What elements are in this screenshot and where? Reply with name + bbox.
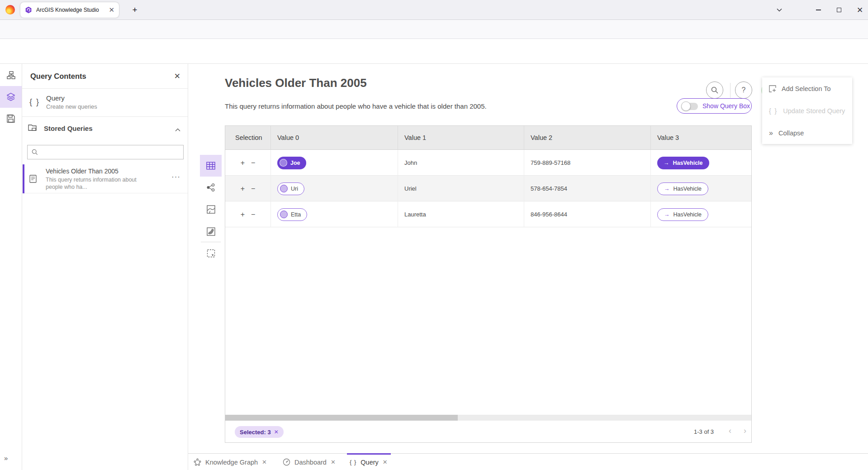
window-close-button[interactable]: ✕ xyxy=(849,0,868,20)
tab-close-icon[interactable]: ✕ xyxy=(109,6,114,14)
project-explorer-icon[interactable] xyxy=(0,64,22,86)
phone-cell: 846-956-8644 xyxy=(524,201,650,227)
clear-selection-icon[interactable]: ✕ xyxy=(274,429,279,435)
query-results-table: Selection Value 0 Value 1 Value 2 Value … xyxy=(225,125,752,443)
tab-title: ArcGIS Knowledge Studio xyxy=(36,7,105,13)
expand-rail-icon[interactable]: » xyxy=(4,454,8,462)
deselect-minus-button[interactable]: − xyxy=(251,159,255,167)
stored-queries-header[interactable]: Stored Queries xyxy=(22,117,188,139)
save-icon[interactable] xyxy=(0,108,22,129)
table-row[interactable]: + − Joe John 759-889-57168 →HasVehicle xyxy=(225,150,751,176)
stored-query-description: This query returns information about peo… xyxy=(46,176,138,191)
column-header-value0[interactable]: Value 0 xyxy=(270,126,398,150)
tab-knowledge-graph[interactable]: Knowledge Graph ✕ xyxy=(194,454,267,470)
tab-close-icon[interactable]: ✕ xyxy=(331,459,336,465)
select-plus-button[interactable]: + xyxy=(241,185,245,193)
selection-tools-icon[interactable] xyxy=(200,242,222,264)
relationship-pill[interactable]: →HasVehicle xyxy=(657,182,708,195)
scrollbar-thumb[interactable] xyxy=(225,415,458,421)
stored-query-item[interactable]: Vehicles Older Than 2005 This query retu… xyxy=(22,164,188,193)
tab-dashboard[interactable]: Dashboard ✕ xyxy=(283,454,336,470)
next-page-icon[interactable]: › xyxy=(744,426,746,436)
selected-count-chip[interactable]: Selected: 3 ✕ xyxy=(235,426,284,438)
relationship-pill[interactable]: →HasVehicle xyxy=(657,157,709,169)
tab-label: Knowledge Graph xyxy=(205,459,258,466)
entity-cell: Uri xyxy=(270,176,398,201)
entity-cell: Etta xyxy=(270,201,398,227)
column-header-value2[interactable]: Value 2 xyxy=(524,126,650,150)
table-footer: Selected: 3 ✕ 1-3 of 3 ‹ › xyxy=(225,421,751,442)
tab-query[interactable]: { } Query ✕ xyxy=(350,454,388,470)
braces-icon: { } xyxy=(769,107,778,115)
name-cell: John xyxy=(398,150,524,176)
arrow-right-icon: → xyxy=(664,186,670,192)
window-maximize-button[interactable] xyxy=(829,0,849,20)
network-icon xyxy=(194,458,201,466)
firefox-icon[interactable] xyxy=(5,5,15,14)
tab-close-icon[interactable]: ✕ xyxy=(262,459,267,465)
entity-dot-icon xyxy=(280,185,288,192)
panel-close-icon[interactable]: ✕ xyxy=(174,72,180,81)
entity-cell: Joe xyxy=(270,150,398,176)
browser-tab[interactable]: ArcGIS Knowledge Studio ✕ xyxy=(20,2,119,18)
page-title: Vehicles Older Than 2005 xyxy=(225,76,367,90)
horizontal-scrollbar[interactable] xyxy=(225,415,751,421)
select-plus-button[interactable]: + xyxy=(241,159,245,167)
table-row[interactable]: + − Etta Lauretta 846-956-8644 →HasVehic… xyxy=(225,201,751,227)
window-minimize-button[interactable] xyxy=(808,0,829,20)
deselect-minus-button[interactable]: − xyxy=(251,185,255,193)
menu-item-collapse[interactable]: » Collapse xyxy=(762,122,852,144)
entity-pill[interactable]: Uri xyxy=(277,182,304,195)
help-button[interactable]: ? xyxy=(735,82,752,99)
item-options-icon[interactable]: ··· xyxy=(171,173,180,182)
search-button[interactable] xyxy=(706,82,723,99)
chevron-up-icon[interactable] xyxy=(175,125,180,134)
tab-label: Dashboard xyxy=(294,459,327,466)
selected-indicator-bar xyxy=(23,164,24,193)
new-tab-button[interactable]: + xyxy=(128,4,141,16)
screen: ArcGIS Knowledge Studio ✕ + ✕ ← → https:… xyxy=(0,0,868,470)
entity-dot-icon xyxy=(280,159,287,167)
braces-icon: { } xyxy=(350,459,356,465)
menu-item-update-stored-query[interactable]: { } Update Stored Query xyxy=(762,100,852,122)
tab-close-icon[interactable]: ✕ xyxy=(383,459,388,465)
phone-cell: 759-889-57168 xyxy=(524,150,650,176)
relationship-pill[interactable]: →HasVehicle xyxy=(657,208,708,221)
menu-item-add-selection-to[interactable]: Add Selection To xyxy=(762,77,852,100)
entity-pill[interactable]: Joe xyxy=(277,157,306,169)
tab-label: Query xyxy=(360,459,379,466)
list-tabs-icon[interactable] xyxy=(769,0,790,20)
new-map-icon[interactable] xyxy=(200,221,222,242)
braces-icon: { } xyxy=(29,97,40,107)
deselect-minus-button[interactable]: − xyxy=(251,211,255,219)
query-item-title: Query xyxy=(46,94,65,102)
menu-item-label: Add Selection To xyxy=(782,85,831,92)
panel-header: Query Contents ✕ xyxy=(22,64,188,89)
menu-item-label: Collapse xyxy=(778,129,804,137)
link-chart-icon[interactable] xyxy=(200,177,222,198)
table-view-icon[interactable] xyxy=(200,155,222,177)
panel-title: Query Contents xyxy=(30,72,86,81)
bottom-tab-bar: Knowledge Graph ✕ Dashboard ✕ { } Query … xyxy=(188,453,868,470)
box-plus-icon xyxy=(769,85,776,92)
app-header: Certification Project ? PL publisher2 la… xyxy=(0,39,868,64)
stored-queries-search-input[interactable] xyxy=(27,145,184,159)
table-header-row: Selection Value 0 Value 1 Value 2 Value … xyxy=(225,126,751,150)
selection-context-menu: Add Selection To { } Update Stored Query… xyxy=(762,77,852,144)
stored-query-doc-icon xyxy=(29,175,37,185)
column-header-selection[interactable]: Selection xyxy=(225,126,270,150)
contents-layers-icon[interactable] xyxy=(0,86,22,108)
toggle-label: Show Query Box xyxy=(702,99,750,113)
query-contents-panel: Query Contents ✕ { } Query Create new qu… xyxy=(22,64,188,470)
column-header-value1[interactable]: Value 1 xyxy=(398,126,524,150)
previous-page-icon[interactable]: ‹ xyxy=(729,426,731,436)
select-plus-button[interactable]: + xyxy=(241,211,245,219)
show-query-box-toggle[interactable]: Show Query Box xyxy=(677,98,752,114)
query-create-item[interactable]: { } Query Create new queries xyxy=(22,89,188,117)
entity-pill[interactable]: Etta xyxy=(277,208,307,221)
table-row[interactable]: + − Uri Uriel 578-654-7854 →HasVehicle xyxy=(225,176,751,201)
selection-cell: + − xyxy=(225,176,270,201)
map-view-icon[interactable] xyxy=(200,198,222,220)
relationship-cell: →HasVehicle xyxy=(650,150,751,176)
column-header-value3[interactable]: Value 3 xyxy=(650,126,751,150)
